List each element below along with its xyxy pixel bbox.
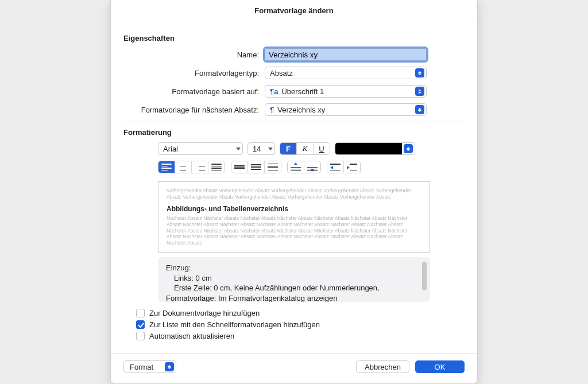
- chevron-updown-icon: [165, 362, 174, 371]
- line-spacing-loose-button[interactable]: [265, 161, 281, 173]
- align-center-button[interactable]: [175, 161, 192, 173]
- chevron-updown-icon: [415, 87, 424, 96]
- font-style-group: F K U: [280, 142, 330, 155]
- add-to-template-checkbox[interactable]: [136, 309, 145, 317]
- chevron-updown-icon: [415, 68, 424, 77]
- space-after-button[interactable]: [304, 161, 320, 173]
- paragraph-spacing-group: [287, 161, 321, 173]
- spacing-loose-icon: [268, 164, 278, 170]
- chevron-down-icon: [234, 148, 242, 150]
- dialog-footer: Format Abbrechen OK: [111, 353, 477, 383]
- chevron-updown-icon: [404, 144, 413, 153]
- bold-button[interactable]: F: [280, 143, 297, 154]
- based-on-select[interactable]: ¶a Überschrift 1: [265, 85, 427, 98]
- style-preview: Vorhergehender Absatz Vorhergehender Abs…: [158, 181, 430, 253]
- align-right-button[interactable]: [192, 161, 208, 173]
- divider: [123, 122, 465, 122]
- dialog-title: Formatvorlage ändern: [111, 0, 477, 22]
- add-to-quickstyles-label: Zur Liste mit den Schnellformatvorlagen …: [149, 320, 320, 329]
- next-paragraph-select[interactable]: ¶ Verzeichnis xy: [265, 103, 427, 116]
- spacing-tight-icon: [234, 164, 245, 170]
- alignment-group: [158, 161, 225, 173]
- style-description-box: Einzug: Links: 0 cm Erste Zeile: 0 cm, K…: [158, 257, 430, 302]
- properties-section-label: Eigenschaften: [123, 34, 465, 42]
- ok-button[interactable]: OK: [415, 360, 465, 373]
- auto-update-label: Automatisch aktualisieren: [149, 332, 234, 340]
- font-color-button[interactable]: [335, 142, 415, 155]
- type-label: Formatvorlagentyp:: [123, 69, 265, 77]
- cancel-button-label: Abbrechen: [365, 363, 401, 371]
- align-left-button[interactable]: [158, 161, 175, 173]
- pilcrow-icon: ¶: [270, 106, 274, 114]
- decrease-indent-icon: [330, 164, 341, 170]
- align-right-icon: [195, 164, 205, 170]
- ok-button-label: OK: [435, 363, 446, 371]
- formatting-section-label: Formatierung: [123, 128, 465, 137]
- space-before-icon: [291, 163, 301, 171]
- align-justify-icon: [211, 164, 222, 170]
- font-size-select[interactable]: 14: [247, 142, 275, 155]
- heading-glyph-icon: ¶a: [270, 87, 278, 96]
- space-after-icon: [307, 163, 318, 171]
- based-on-value: Überschrift 1: [281, 87, 415, 96]
- add-to-quickstyles-checkbox[interactable]: [136, 320, 145, 329]
- desc-line-4: Formatvorlage: Im Formatvorlagenkatalog …: [166, 293, 414, 302]
- format-menu-label: Format: [130, 363, 165, 371]
- modify-style-dialog: Formatvorlage ändern Eigenschaften Name:…: [110, 0, 478, 384]
- options-checkboxes: Zur Dokumentvorlage hinzufügen Zur Liste…: [136, 309, 465, 340]
- font-family-select[interactable]: Arial: [158, 142, 243, 155]
- style-type-select[interactable]: Absatz: [265, 67, 427, 79]
- spacing-normal-icon: [251, 164, 261, 170]
- preview-sample-text: Abbildungs- und Tabellenverzeichnis: [167, 205, 421, 213]
- line-spacing-group: [231, 161, 281, 173]
- line-spacing-normal-button[interactable]: [248, 161, 265, 173]
- style-name-input[interactable]: [265, 48, 427, 61]
- font-size-value: 14: [253, 145, 261, 153]
- preview-next-text: Nächster Absatz Nächster Absatz Nächster…: [167, 215, 421, 246]
- align-justify-button[interactable]: [208, 161, 225, 173]
- chevron-down-icon: [266, 148, 274, 150]
- color-swatch: [335, 143, 402, 154]
- auto-update-checkbox[interactable]: [136, 332, 145, 340]
- space-before-button[interactable]: [288, 161, 304, 173]
- basedon-label: Formatvorlage basiert auf:: [123, 87, 265, 96]
- name-label: Name:: [123, 51, 265, 59]
- align-center-icon: [178, 164, 188, 170]
- font-family-value: Arial: [163, 145, 178, 153]
- cancel-button[interactable]: Abbrechen: [356, 360, 409, 373]
- scrollbar-thumb[interactable]: [422, 262, 427, 290]
- line-spacing-tight-button[interactable]: [231, 161, 248, 173]
- italic-button[interactable]: K: [297, 143, 314, 154]
- style-type-value: Absatz: [270, 69, 415, 77]
- preview-previous-text: Vorhergehender Absatz Vorhergehender Abs…: [167, 188, 421, 200]
- next-paragraph-value: Verzeichnis xy: [277, 106, 415, 114]
- increase-indent-button[interactable]: [344, 161, 360, 173]
- indent-group: [327, 161, 361, 173]
- underline-button[interactable]: U: [314, 143, 330, 154]
- chevron-updown-icon: [415, 105, 424, 114]
- desc-line-3: Erste Zeile: 0 cm, Keine Aufzählungen od…: [174, 283, 414, 293]
- desc-line-2: Links: 0 cm: [174, 273, 414, 284]
- add-to-template-label: Zur Dokumentvorlage hinzufügen: [149, 309, 260, 317]
- nextpara-label: Formatvorlage für nächsten Absatz:: [123, 106, 265, 114]
- increase-indent-icon: [347, 164, 357, 170]
- format-menu-button[interactable]: Format: [123, 360, 176, 373]
- align-left-icon: [161, 164, 172, 170]
- desc-line-1: Einzug:: [166, 263, 414, 273]
- decrease-indent-button[interactable]: [327, 161, 344, 173]
